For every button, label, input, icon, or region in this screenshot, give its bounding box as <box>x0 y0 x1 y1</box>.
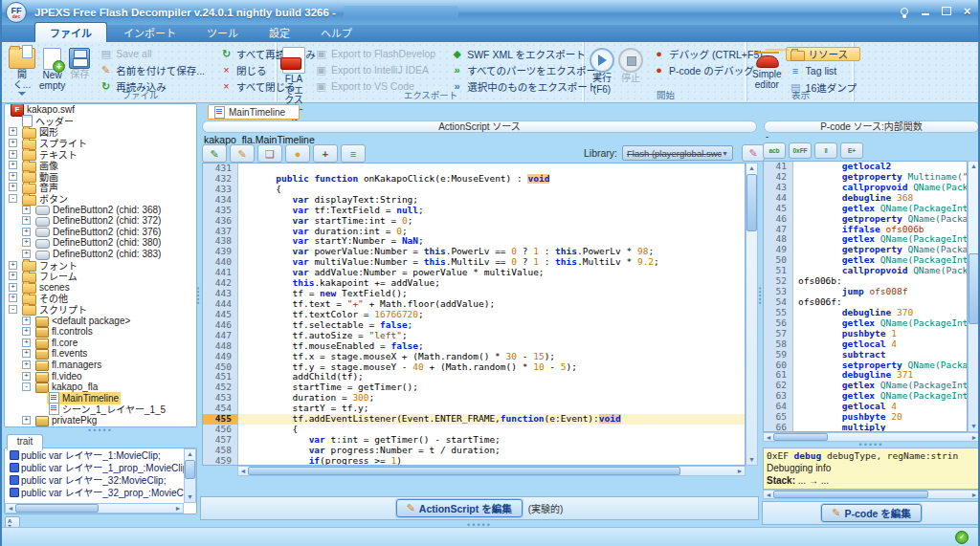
tree-item[interactable]: +fl.video <box>5 370 196 382</box>
tree-item[interactable]: +DefineButton2 (chid: 380) <box>5 237 196 249</box>
new-empty-button[interactable]: New empty <box>37 44 67 93</box>
tree-item[interactable]: +scenes <box>5 282 196 294</box>
scroll-left-icon[interactable]: ◄ <box>764 491 773 498</box>
expand-icon[interactable]: + <box>22 372 31 381</box>
pcode-vertical-scrollbar[interactable]: ▲ ▼ <box>968 161 980 432</box>
expand-icon[interactable]: + <box>22 238 31 247</box>
tree-item[interactable]: +フォント <box>5 259 196 271</box>
tree-item[interactable]: +動画 <box>5 171 196 183</box>
tree-item[interactable]: +fl.controls <box>5 326 196 338</box>
code-horizontal-scrollbar[interactable]: ◄ ► <box>237 466 746 476</box>
edit-pcode-button[interactable]: ✎ P-code を編集 <box>821 504 922 522</box>
push-const-button[interactable]: 0xFF <box>789 142 812 159</box>
tree-item[interactable]: +画像 <box>5 160 196 171</box>
trait-tab[interactable]: trait <box>7 434 43 450</box>
tree-item[interactable]: -ボタン <box>5 193 196 205</box>
trait-list-item[interactable]: public var レイヤー_32_prop_:MovieClip; <box>5 486 184 498</box>
simple-editor-button[interactable]: Simple editor <box>750 44 784 92</box>
expand-icon[interactable]: + <box>9 127 17 136</box>
scroll-left-icon[interactable]: ◄ <box>238 468 248 474</box>
scroll-down-icon[interactable]: ▼ <box>748 455 755 465</box>
maximize-button[interactable] <box>939 4 953 18</box>
menu-tab-インポート[interactable]: インポート <box>109 23 190 42</box>
tree-item[interactable]: +fl.managers <box>5 360 196 371</box>
expand-icon[interactable]: + <box>22 206 31 214</box>
scrollbar-thumb[interactable] <box>746 174 757 231</box>
scroll-up-icon[interactable]: ▲ <box>187 449 193 459</box>
scrollbar-thumb[interactable] <box>15 504 99 513</box>
scroll-right-icon[interactable]: ► <box>969 491 979 498</box>
scroll-up-icon[interactable]: ▲ <box>748 164 755 173</box>
scrollbar-thumb[interactable] <box>773 491 928 498</box>
pill-button[interactable]: ● <box>285 144 310 163</box>
tree-item[interactable]: +DefineButton2 (chid: 376) <box>5 227 196 238</box>
expand-icon[interactable]: + <box>22 216 31 225</box>
tree-item[interactable]: +privatePkg <box>5 415 196 426</box>
tree-item[interactable]: +その他 <box>5 293 196 304</box>
scroll-down-icon[interactable]: ▼ <box>970 422 977 431</box>
expand-icon[interactable]: + <box>22 327 31 336</box>
run-button[interactable]: 実行 (F6) <box>588 44 616 97</box>
tree-item[interactable]: +fl.core <box>5 337 196 348</box>
tree-item[interactable]: +音声 <box>5 182 196 193</box>
deobfuscate-button[interactable]: ❏ <box>257 144 282 163</box>
tree-item[interactable]: +スプライト <box>5 138 196 149</box>
close-button[interactable] <box>960 4 974 18</box>
collapse-icon[interactable]: - <box>9 194 17 203</box>
scrollbar-thumb[interactable] <box>185 460 195 479</box>
save-as-button[interactable]: ✎名前を付けて保存... <box>96 63 209 76</box>
remove-trait-button[interactable]: ✎ <box>230 144 255 163</box>
intellij-button[interactable]: ▣Export to IntelliJ IDEA <box>311 63 439 76</box>
code-vertical-scrollbar[interactable]: ▲ ▼ <box>746 163 758 466</box>
trait-vertical-scrollbar[interactable]: ▲ ▼ <box>184 448 196 503</box>
tree-item[interactable]: +DefineButton2 (chid: 368) <box>5 204 196 215</box>
scroll-left-icon[interactable]: ◄ <box>764 434 773 441</box>
expand-icon[interactable]: + <box>9 283 17 292</box>
edit-actionscript-button[interactable]: ✎ ActionScript を編集 <box>396 499 523 517</box>
scrollbar-thumb[interactable] <box>969 253 979 324</box>
trait-horizontal-scrollbar[interactable]: ◄ ► <box>5 503 184 513</box>
library-select[interactable]: Flash (playerglobal.swc) ▼ <box>622 145 733 161</box>
tree-item[interactable]: -kakapo_fla <box>5 382 196 393</box>
left-center-splitter[interactable] <box>196 277 201 316</box>
tree-item[interactable]: +<default package> <box>5 315 196 326</box>
expand-icon[interactable]: + <box>22 349 31 358</box>
info-horizontal-scrollbar[interactable]: ◄ ► <box>763 490 980 499</box>
menu-tab-ツール[interactable]: ツール <box>192 23 253 42</box>
flashdevelop-button[interactable]: ▣Export to FlashDevelop <box>311 47 439 60</box>
save-all-button[interactable]: ▤Save all <box>96 47 209 60</box>
library-brush-button[interactable]: ✎ <box>742 144 765 162</box>
expand-icon[interactable]: + <box>9 150 17 159</box>
scroll-down-icon[interactable]: ▼ <box>187 492 193 502</box>
breakpoint-button[interactable]: + <box>313 144 338 163</box>
pin-icon[interactable] <box>897 4 911 18</box>
expand-icon[interactable]: + <box>9 294 17 302</box>
expand-icon[interactable]: + <box>9 183 17 191</box>
text-mode-button[interactable]: acb <box>763 142 786 159</box>
tree-item[interactable]: +図形 <box>5 126 196 138</box>
scroll-left-icon[interactable]: ◄ <box>6 505 15 512</box>
tag-list-button[interactable]: ≡Tag list <box>786 64 860 77</box>
scroll-right-icon[interactable]: ► <box>969 434 979 441</box>
minimize-button[interactable] <box>918 4 932 18</box>
tree-item[interactable]: -スクリプト <box>5 304 196 316</box>
scroll-right-icon[interactable]: ► <box>735 468 745 474</box>
expand-icon[interactable]: + <box>22 317 31 325</box>
menu-tab-設定[interactable]: 設定 <box>255 23 304 42</box>
expand-icon[interactable]: + <box>22 339 31 347</box>
tree-item[interactable]: +テキスト <box>5 148 196 160</box>
stop-button[interactable]: 停止 <box>616 44 645 86</box>
expand-icon[interactable]: + <box>9 172 17 181</box>
expand-icon[interactable]: + <box>9 139 17 147</box>
tree-item[interactable]: +DefineButton2 (chid: 372) <box>5 215 196 227</box>
scroll-right-icon[interactable]: ► <box>173 505 183 512</box>
pcode-editor[interactable]: 41 getlocal242 getproperty Multiname("ca… <box>763 161 968 432</box>
menu-tab-ファイル[interactable]: ファイル <box>34 22 107 42</box>
menu-tab-ヘルプ[interactable]: ヘルプ <box>306 23 367 42</box>
outline-button[interactable]: ≡ <box>341 144 366 163</box>
save-button[interactable]: 保存 <box>67 44 92 82</box>
collapse-icon[interactable]: - <box>22 382 31 391</box>
separators-button[interactable]: ‖ <box>814 142 837 159</box>
tree-item[interactable]: +フレーム <box>5 271 196 282</box>
tree-item[interactable]: +fl.events <box>5 348 196 360</box>
